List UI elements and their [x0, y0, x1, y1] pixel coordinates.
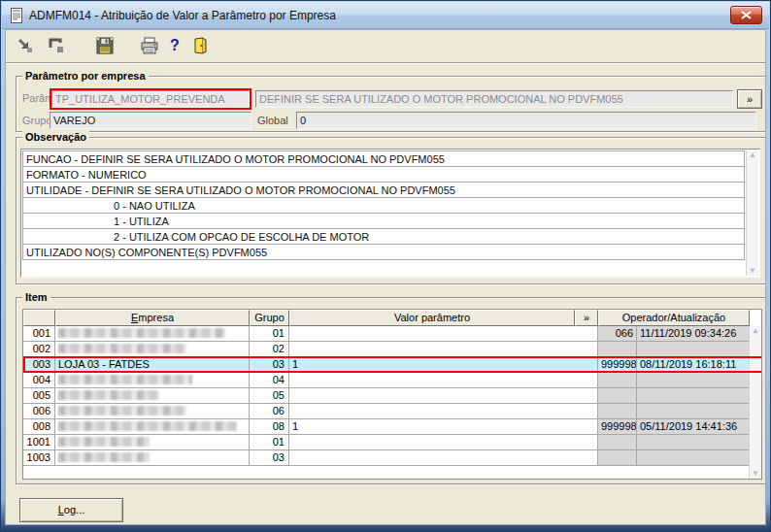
cell-operador: 999998: [598, 357, 637, 373]
form-icon: [9, 8, 24, 23]
table-row[interactable]: 00606: [23, 404, 761, 419]
cell-empresa: [55, 450, 250, 466]
title-bar: ADMFM014 - Atribuição de Valor a Parâmet…: [2, 2, 769, 29]
observacao-line: FORMATO - NUMERICO: [22, 166, 745, 183]
observacao-groupbox: Observação FUNCAO - DEFINIR SE SERA UTIL…: [16, 137, 766, 284]
table-row[interactable]: 00505: [23, 388, 761, 404]
item-table: Empresa Grupo Valor parâmetro » Operador…: [22, 309, 762, 480]
toolbar-separator: [6, 62, 765, 64]
cell-empresa: [55, 419, 250, 435]
table-row-selected[interactable]: 003LOJA 03 - FATDES03199999808/11/2019 1…: [23, 357, 761, 373]
observacao-line: UTILIDADE - DEFINIR SE SERA UTILIZADO O …: [22, 182, 745, 198]
item-scrollbar[interactable]: ▲ ▼: [749, 326, 761, 479]
global-field[interactable]: 0: [296, 112, 756, 129]
cell-operador: [598, 388, 637, 404]
header-expand-button[interactable]: »: [575, 310, 598, 326]
cell-operador: [598, 404, 637, 419]
help-icon: ?: [170, 38, 180, 53]
parametro-field[interactable]: TP_UTILIZA_MOTOR_PREVENDA: [51, 90, 250, 108]
close-icon: [741, 11, 752, 19]
cell-row-number: 008: [23, 419, 55, 435]
cell-valor-parametro[interactable]: [289, 450, 598, 466]
table-row[interactable]: 00202: [23, 342, 761, 357]
cell-grupo: 06: [250, 404, 289, 419]
exit-button[interactable]: [188, 34, 212, 57]
redacted-text: [58, 390, 159, 400]
observacao-scrollbar[interactable]: ▲ ▼: [746, 150, 758, 276]
observacao-rows: FUNCAO - DEFINIR SE SERA UTILIZADO O MOT…: [22, 150, 745, 260]
cell-row-number: 1001: [23, 435, 55, 450]
cell-valor-parametro[interactable]: [289, 435, 598, 450]
cascade-button[interactable]: [45, 34, 68, 57]
cell-valor-parametro[interactable]: [289, 404, 598, 419]
log-button[interactable]: Log...: [19, 498, 123, 522]
cell-empresa: [55, 388, 250, 404]
cell-valor-parametro[interactable]: 1: [289, 357, 598, 373]
redacted-text: [58, 328, 225, 338]
cell-empresa: [55, 435, 250, 450]
table-row[interactable]: 0010106611/11/2019 09:34:26: [23, 326, 761, 342]
cell-grupo: 03: [250, 450, 289, 466]
cell-valor-parametro[interactable]: [289, 373, 598, 388]
cell-atualizacao: 05/11/2019 14:41:36: [637, 419, 750, 435]
cell-empresa: LOJA 03 - FATDES: [55, 357, 250, 373]
cell-grupo: 01: [250, 435, 289, 450]
cell-operador: [598, 450, 637, 466]
descricao-field[interactable]: DEFINIR SE SERA UTILIZADO O MOTOR PROMOC…: [255, 90, 733, 108]
redacted-text: [58, 406, 186, 416]
grupo-field[interactable]: VAREJO: [50, 112, 251, 129]
cell-grupo: 03: [250, 357, 289, 373]
cell-atualizacao: 11/11/2019 09:34:26: [637, 326, 750, 342]
cell-row-number: 005: [23, 388, 55, 404]
redacted-text: [58, 437, 150, 447]
table-row[interactable]: 100101: [23, 435, 761, 450]
observacao-group-legend: Observação: [22, 131, 89, 144]
cell-row-number: 001: [23, 326, 55, 342]
cell-empresa: [55, 342, 250, 357]
jump-button[interactable]: [14, 34, 37, 57]
save-button[interactable]: [93, 34, 117, 57]
table-row[interactable]: 00404: [23, 373, 761, 388]
header-row-number[interactable]: [23, 310, 55, 326]
scroll-up-icon[interactable]: ▲: [749, 151, 756, 159]
observacao-line: 2 - UTILIZA COM OPCAO DE ESCOLHA DE MOTO…: [22, 228, 745, 245]
table-row[interactable]: 00808199999805/11/2019 14:41:36: [23, 419, 761, 435]
scroll-down-icon[interactable]: ▼: [749, 267, 756, 275]
cell-row-number: 1003: [23, 450, 55, 466]
help-button[interactable]: ?: [163, 34, 186, 57]
cell-row-number: 003: [23, 357, 55, 373]
item-table-body: 0010106611/11/2019 09:34:2600202003LOJA …: [23, 326, 761, 466]
print-button[interactable]: [138, 34, 161, 57]
cell-empresa: [55, 326, 250, 342]
scroll-down-icon[interactable]: ▼: [752, 470, 759, 478]
cell-valor-parametro[interactable]: [289, 388, 598, 404]
dialog-window: ADMFM014 - Atribuição de Valor a Parâmet…: [0, 0, 771, 532]
cell-valor-parametro[interactable]: 1: [289, 419, 598, 435]
parametro-expand-button[interactable]: »: [737, 89, 762, 109]
cell-atualizacao: 08/11/2019 16:18:11: [637, 357, 750, 373]
table-row[interactable]: 100303: [23, 450, 761, 466]
cell-atualizacao: [637, 435, 750, 450]
cell-atualizacao: [637, 342, 750, 357]
header-grupo[interactable]: Grupo: [250, 310, 289, 326]
header-operador-atualizacao[interactable]: Operador/Atualização: [598, 310, 750, 326]
cell-atualizacao: [637, 450, 750, 466]
item-groupbox: Item Empresa Grupo Valor parâmetro » Ope…: [16, 297, 766, 484]
cell-grupo: 02: [250, 342, 289, 357]
cell-atualizacao: [637, 388, 750, 404]
cell-operador: [598, 373, 637, 388]
redacted-text: [58, 452, 150, 462]
parametro-highlight-box: TP_UTILIZA_MOTOR_PREVENDA: [50, 88, 251, 110]
cascade-icon: [47, 36, 66, 55]
observacao-line: FUNCAO - DEFINIR SE SERA UTILIZADO O MOT…: [22, 150, 745, 167]
header-empresa[interactable]: Empresa: [55, 310, 250, 326]
item-table-header: Empresa Grupo Valor parâmetro » Operador…: [23, 310, 761, 326]
scroll-up-icon[interactable]: ▲: [752, 327, 759, 335]
parametro-group-legend: Parâmetro por empresa: [22, 70, 149, 83]
observacao-line: 0 - NAO UTILIZA: [22, 197, 745, 214]
cell-operador: [598, 435, 637, 450]
cell-valor-parametro[interactable]: [289, 326, 598, 342]
header-valor-parametro[interactable]: Valor parâmetro: [289, 310, 575, 326]
cell-valor-parametro[interactable]: [289, 342, 598, 357]
close-button[interactable]: [730, 6, 762, 24]
